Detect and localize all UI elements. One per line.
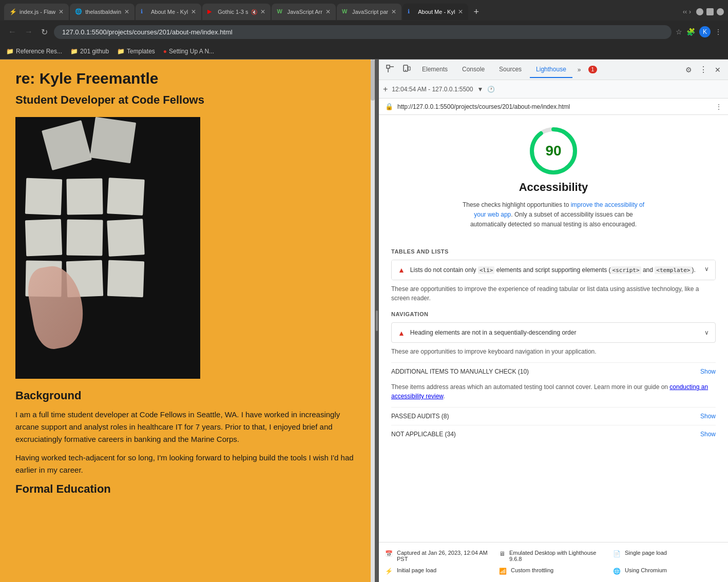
main-area: re: Kyle Freemantle Student Developer at…: [0, 60, 728, 582]
address-input[interactable]: [54, 25, 672, 39]
devtools-tab-sources[interactable]: Sources: [493, 62, 528, 78]
bookmark-templates[interactable]: 📁 Templates: [117, 48, 155, 55]
not-applicable-label-text: NOT APPLICABLE: [391, 431, 443, 438]
passed-audits-label-text: PASSED AUDITS: [391, 413, 439, 420]
page-icon: 📄: [613, 550, 621, 557]
not-applicable-section: NOT APPLICABLE (34) Show: [391, 425, 716, 443]
image-card-6: [25, 219, 62, 256]
tab-close-1[interactable]: ✕: [59, 8, 64, 15]
devtools-tab-lighthouse[interactable]: Lighthouse: [530, 62, 572, 78]
lists-audit-header[interactable]: ▲ Lists do not contain only <li> element…: [392, 260, 715, 280]
devtools-inspect-button[interactable]: [383, 63, 397, 76]
divider-handle: [376, 311, 378, 331]
devtools-add-button[interactable]: +: [383, 85, 388, 94]
tab-gothic[interactable]: ▶ Gothic 1-3 s 🔇 ✕: [202, 4, 271, 20]
devtools-right-controls: ⚙ ⋮ ✕: [682, 64, 724, 76]
tab-close-5[interactable]: ✕: [325, 8, 331, 15]
lighthouse-url-menu[interactable]: ⋮: [716, 103, 722, 110]
devtools-device-button[interactable]: [399, 63, 414, 76]
footer-text-single-page: Single page load: [625, 550, 667, 556]
lists-audit-text: Lists do not contain only <li> elements …: [410, 265, 699, 275]
lighthouse-url: http://127.0.0.1:5500/projects/courses/2…: [397, 103, 712, 110]
bookmarks-bar: 📁 Reference Res... 📁 201 github 📁 Templa…: [0, 43, 728, 60]
tab-scroll-left[interactable]: ‹‹: [683, 8, 687, 15]
heading-audit-chevron: ∨: [704, 329, 709, 336]
bookmark-star-icon[interactable]: ☆: [676, 28, 682, 36]
passed-audits-show-button[interactable]: Show: [700, 413, 716, 420]
profile-avatar[interactable]: K: [699, 26, 711, 37]
reload-button[interactable]: ↻: [39, 25, 50, 39]
page-body-text-1: I am a full time student developer at Co…: [15, 409, 359, 445]
devtools-more-menu[interactable]: ⋮: [699, 65, 707, 74]
lighthouse-footer: 📅 Captured at Jan 26, 2023, 12:04 AM PST…: [379, 542, 728, 582]
bookmark-label-4: Setting Up A N...: [169, 48, 214, 55]
tab-close-3[interactable]: ✕: [191, 8, 196, 15]
tab-close-4[interactable]: ✕: [260, 8, 265, 15]
forward-button[interactable]: →: [23, 25, 35, 38]
bookmark-folder-icon-4: ●: [163, 48, 167, 55]
close-window-button[interactable]: [717, 8, 724, 15]
devtools-toolbar: Elements Console Sources Lighthouse » 1 …: [379, 60, 728, 80]
devtools-tab-console[interactable]: Console: [456, 62, 491, 78]
image-card-7: [66, 219, 103, 256]
tab-js-arr[interactable]: W JavaScript Arr ✕: [272, 4, 335, 20]
score-desc-text-1: These checks highlight opportunities to: [463, 201, 571, 208]
devtools-close-button[interactable]: ✕: [712, 64, 724, 76]
not-applicable-show-button[interactable]: Show: [700, 431, 716, 438]
tab-about-me-1[interactable]: ℹ About Me - Kyl ✕: [136, 4, 201, 20]
additional-desc-end: .: [443, 393, 445, 400]
tab-scroll-arrows: ‹‹ ›: [683, 8, 691, 15]
panel-divider[interactable]: [375, 60, 379, 582]
additional-items-label: ADDITIONAL ITEMS TO MANUALLY CHECK (10): [391, 368, 529, 375]
minimize-button[interactable]: [696, 8, 703, 15]
passed-audits-count: (8): [442, 413, 449, 420]
footer-text-chromium: Using Chromium: [625, 567, 667, 573]
score-circle: 90: [528, 125, 579, 177]
bolt-icon: ⚡: [385, 568, 393, 575]
browser-menu-icon[interactable]: ⋮: [715, 28, 722, 36]
tab-title-3: About Me - Kyl: [151, 9, 188, 15]
heading-audit-text: Heading elements are not in a sequential…: [410, 328, 699, 337]
lighthouse-content: 90 Accessibility These checks highlight …: [379, 115, 728, 542]
inspect-icon: [386, 65, 394, 73]
heading-audit-header[interactable]: ▲ Heading elements are not in a sequenti…: [392, 323, 715, 342]
new-tab-button[interactable]: +: [469, 5, 483, 20]
tab-close-2[interactable]: ✕: [124, 8, 129, 15]
additional-items-show-button[interactable]: Show: [700, 368, 716, 375]
security-warning-icon: 🔒: [385, 103, 393, 110]
tab-favicon-6: W: [342, 8, 349, 15]
tab-scroll-right[interactable]: ›: [689, 8, 691, 15]
tab-about-me-2[interactable]: ℹ About Me - Kyl ✕: [403, 4, 468, 20]
li-code: <li>: [478, 266, 495, 274]
bookmark-folder-icon-1: 📁: [6, 48, 14, 55]
bookmark-201-github[interactable]: 📁 201 github: [70, 48, 109, 55]
bookmark-reference-res[interactable]: 📁 Reference Res...: [6, 48, 62, 55]
bookmark-setting-up[interactable]: ● Setting Up A N...: [163, 48, 214, 55]
tab-close-6[interactable]: ✕: [391, 8, 396, 15]
devtools-tab-elements[interactable]: Elements: [416, 62, 454, 78]
devtools-timestamp-dropdown[interactable]: ▼: [477, 86, 483, 93]
scrollbar-track[interactable]: [371, 60, 375, 582]
tab-title-5: JavaScript Arr: [287, 9, 322, 15]
svg-rect-4: [408, 67, 410, 70]
devtools-panel: Elements Console Sources Lighthouse » 1 …: [379, 60, 728, 582]
scrollbar-thumb[interactable]: [371, 60, 375, 101]
score-section: 90 Accessibility These checks highlight …: [391, 125, 716, 240]
footer-item-single-page: 📄 Single page load: [613, 550, 722, 562]
image-card-3: [25, 178, 62, 215]
back-button[interactable]: ←: [6, 25, 18, 38]
template-code: <template>: [655, 266, 692, 274]
devtools-settings-button[interactable]: ⚙: [682, 64, 695, 76]
tab-js-par[interactable]: W JavaScript par ✕: [337, 4, 401, 20]
formal-education-title: Formal Education: [15, 482, 359, 496]
maximize-button[interactable]: [706, 8, 714, 15]
extensions-icon[interactable]: 🧩: [686, 28, 695, 36]
image-card-5: [107, 178, 145, 216]
tab-thelastbaldwin[interactable]: 🌐 thelastbaldwin ✕: [70, 4, 135, 20]
tab-index-js[interactable]: ⚡ index.js - Flaw ✕: [4, 4, 69, 20]
browser-toolbar-icons: ☆ 🧩 K ⋮: [676, 26, 722, 37]
devtools-clock-icon: 🕐: [487, 86, 495, 93]
devtools-more-tabs[interactable]: »: [574, 64, 584, 75]
heading-warning-icon: ▲: [398, 329, 405, 337]
tab-close-7[interactable]: ✕: [458, 8, 463, 15]
